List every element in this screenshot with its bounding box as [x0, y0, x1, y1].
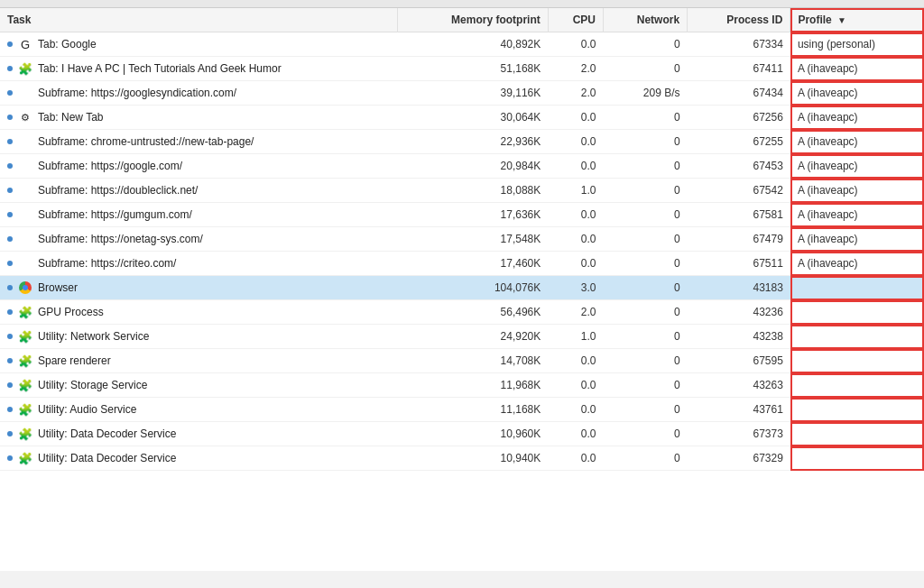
profile-cell: A (ihaveapc): [790, 154, 924, 179]
table-row[interactable]: Subframe: https://onetag-sys.com/ 17,548…: [0, 227, 924, 252]
task-label: Utility: Network Service: [38, 330, 149, 343]
network-cell: 0: [604, 227, 688, 252]
cpu-cell: 0.0: [548, 130, 603, 154]
memory-cell: 30,064K: [397, 106, 548, 130]
status-dot: [7, 382, 13, 388]
col-pid[interactable]: Process ID: [688, 8, 790, 32]
table-row[interactable]: ⚙ Tab: New Tab 30,064K 0.0 0 67256 A (ih…: [0, 106, 924, 130]
task-label: Subframe: https://googlesyndication.com/: [38, 87, 236, 99]
pid-cell: 67373: [688, 422, 790, 446]
cpu-cell: 0.0: [548, 349, 603, 373]
task-icon: G: [18, 37, 32, 51]
table-row[interactable]: 🧩 Utility: Network Service 24,920K 1.0 0…: [0, 325, 924, 349]
task-cell: Subframe: https://onetag-sys.com/: [0, 227, 397, 252]
header-row: Task Memory footprint CPU Network Proces…: [0, 8, 924, 32]
cpu-cell: 0.0: [548, 227, 603, 252]
pid-cell: 67334: [688, 32, 790, 57]
profile-cell: [790, 276, 924, 300]
table-row[interactable]: 🧩 GPU Process 56,496K 2.0 0 43236: [0, 300, 924, 325]
task-label: Subframe: chrome-untrusted://new-tab-pag…: [38, 135, 254, 148]
profile-cell: [790, 446, 924, 471]
col-task[interactable]: Task: [0, 8, 397, 32]
profile-cell: A (ihaveapc): [790, 227, 924, 252]
network-cell: 0: [604, 106, 688, 130]
network-cell: 0: [604, 373, 688, 398]
pid-cell: 43236: [688, 300, 790, 325]
task-icon-empty: [18, 159, 32, 173]
table-row[interactable]: Subframe: https://gumgum.com/ 17,636K 0.…: [0, 203, 924, 227]
table-row[interactable]: Browser 104,076K 3.0 0 43183: [0, 276, 924, 300]
task-icon-empty: [18, 86, 32, 100]
pid-cell: 67542: [688, 179, 790, 203]
memory-cell: 104,076K: [397, 276, 548, 300]
table-row[interactable]: 🧩 Utility: Storage Service 11,968K 0.0 0…: [0, 373, 924, 398]
task-cell: Subframe: https://googlesyndication.com/: [0, 81, 397, 106]
table-row[interactable]: 🧩 Spare renderer 14,708K 0.0 0 67595: [0, 349, 924, 373]
pid-cell: 43238: [688, 325, 790, 349]
task-cell: Subframe: https://gumgum.com/: [0, 203, 397, 227]
pid-cell: 67595: [688, 349, 790, 373]
task-cell: Subframe: https://doubleclick.net/: [0, 179, 397, 203]
task-cell: G Tab: Google: [0, 32, 397, 57]
status-dot: [7, 261, 13, 266]
task-icon-empty: [18, 134, 32, 149]
col-profile[interactable]: Profile ▼: [790, 8, 924, 32]
status-dot: [7, 309, 13, 315]
memory-cell: 17,548K: [397, 227, 548, 252]
task-icon-empty: [18, 207, 32, 222]
memory-cell: 22,936K: [397, 130, 548, 154]
table-row[interactable]: 🧩 Utility: Audio Service 11,168K 0.0 0 4…: [0, 398, 924, 422]
profile-cell: A (ihaveapc): [790, 130, 924, 154]
profile-cell: A (ihaveapc): [790, 179, 924, 203]
task-label: Subframe: https://onetag-sys.com/: [38, 233, 203, 245]
pid-cell: 43263: [688, 373, 790, 398]
table-row[interactable]: Subframe: https://doubleclick.net/ 18,08…: [0, 179, 924, 203]
table-container: Task Memory footprint CPU Network Proces…: [0, 8, 924, 571]
memory-cell: 11,168K: [397, 398, 548, 422]
cpu-cell: 0.0: [548, 373, 603, 398]
table-row[interactable]: Subframe: chrome-untrusted://new-tab-pag…: [0, 130, 924, 154]
memory-cell: 56,496K: [397, 300, 548, 325]
network-cell: 0: [604, 130, 688, 154]
status-dot: [7, 90, 13, 96]
profile-cell: [790, 373, 924, 398]
status-dot: [7, 285, 13, 290]
task-cell: 🧩 Utility: Data Decoder Service: [0, 446, 397, 471]
table-row[interactable]: G Tab: Google 40,892K 0.0 0 67334 using …: [0, 32, 924, 57]
table-row[interactable]: Subframe: https://googlesyndication.com/…: [0, 81, 924, 106]
task-cell: Subframe: https://criteo.com/: [0, 252, 397, 276]
puzzle-icon: 🧩: [18, 306, 32, 319]
col-memory[interactable]: Memory footprint: [397, 8, 548, 32]
pid-cell: 67453: [688, 154, 790, 179]
sort-arrow-icon: ▼: [837, 15, 846, 25]
task-label: Utility: Data Decoder Service: [38, 452, 176, 464]
table-row[interactable]: 🧩 Tab: I Have A PC | Tech Tutorials And …: [0, 57, 924, 81]
pid-cell: 67255: [688, 130, 790, 154]
task-icon-empty: [18, 256, 32, 271]
memory-cell: 17,460K: [397, 252, 548, 276]
task-icon: 🧩: [18, 305, 32, 319]
table-row[interactable]: 🧩 Utility: Data Decoder Service 10,960K …: [0, 422, 924, 446]
task-cell: 🧩 Utility: Storage Service: [0, 373, 397, 398]
table-header: Task Memory footprint CPU Network Proces…: [0, 8, 924, 32]
status-dot: [7, 188, 13, 193]
pid-cell: 67256: [688, 106, 790, 130]
task-cell: 🧩 GPU Process: [0, 300, 397, 325]
table-row[interactable]: 🧩 Utility: Data Decoder Service 10,940K …: [0, 446, 924, 471]
task-icon: ⚙: [18, 110, 32, 124]
network-cell: 0: [604, 349, 688, 373]
table-row[interactable]: Subframe: https://criteo.com/ 17,460K 0.…: [0, 252, 924, 276]
profile-cell: A (ihaveapc): [790, 252, 924, 276]
task-label: Subframe: https://gumgum.com/: [38, 208, 192, 221]
task-label: GPU Process: [38, 306, 104, 318]
task-cell: 🧩 Utility: Network Service: [0, 325, 397, 349]
pid-cell: 67329: [688, 446, 790, 471]
task-cell: 🧩 Tab: I Have A PC | Tech Tutorials And …: [0, 57, 397, 81]
cpu-cell: 0.0: [548, 154, 603, 179]
title-bar: [0, 0, 924, 8]
task-label: Tab: New Tab: [38, 111, 104, 124]
col-cpu[interactable]: CPU: [548, 8, 603, 32]
col-network[interactable]: Network: [604, 8, 688, 32]
puzzle-icon: 🧩: [18, 354, 32, 368]
table-row[interactable]: Subframe: https://google.com/ 20,984K 0.…: [0, 154, 924, 179]
